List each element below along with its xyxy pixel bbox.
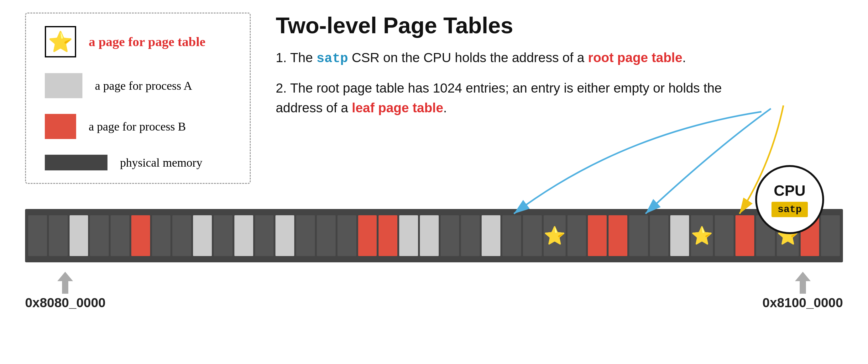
cpu-circle: CPU satp [755, 165, 824, 234]
memory-cell-3 [90, 215, 109, 256]
legend-label-star: a page for page table [89, 34, 206, 49]
gray-page-icon [45, 73, 83, 98]
memory-cell-1 [49, 215, 68, 256]
memory-cell-28 [609, 215, 627, 256]
memory-cell-5 [131, 215, 150, 256]
page-title: Two-level Page Tables [276, 12, 724, 38]
memory-cell-4 [111, 215, 129, 256]
memory-cell-26 [567, 215, 586, 256]
left-address-arrow: 0x8080_0000 [25, 272, 105, 310]
star-icon: ⭐ [45, 26, 76, 57]
memory-cell-0 [28, 215, 47, 256]
para2-text: 2. The root page table has 1024 entries;… [276, 81, 722, 115]
satp-code: satp [316, 51, 348, 66]
memory-cell-22 [482, 215, 500, 256]
legend-box: ⭐ a page for page table a page for proce… [25, 12, 251, 184]
memory-cell-18 [399, 215, 418, 256]
legend-item-gray: a page for process A [45, 73, 231, 98]
memory-cell-15 [338, 215, 356, 256]
right-up-arrow-icon [795, 272, 811, 294]
memory-cell-12 [275, 215, 294, 256]
memory-cell-29 [629, 215, 648, 256]
legend-item-red: a page for process B [45, 114, 231, 139]
svg-marker-3 [795, 272, 811, 294]
para1-mid: CSR on the CPU holds the address of a [348, 50, 588, 65]
description-para2: 2. The root page table has 1024 entries;… [276, 78, 724, 118]
memory-cell-38 [821, 215, 840, 256]
legend-label-memory: physical memory [120, 156, 203, 169]
memory-strip: ⭐⭐⭐ [25, 209, 843, 262]
memory-cell-19 [420, 215, 439, 256]
legend-label-red-b: a page for process B [89, 119, 186, 133]
para1-suffix: . [682, 50, 686, 65]
svg-marker-2 [57, 272, 73, 294]
legend-item-star: ⭐ a page for page table [45, 26, 231, 57]
memory-cell-32: ⭐ [691, 215, 713, 256]
memory-cell-8 [193, 215, 212, 256]
address-row: 0x8080_0000 0x8100_0000 [25, 272, 843, 310]
memory-cell-25: ⭐ [544, 215, 566, 256]
red-page-icon [45, 114, 76, 139]
memory-cell-10 [235, 215, 253, 256]
description-para1: 1. The satp CSR on the CPU holds the add… [276, 48, 724, 69]
memory-cell-7 [172, 215, 191, 256]
memory-cell-11 [255, 215, 274, 256]
left-up-arrow-icon [57, 272, 73, 294]
legend-item-memory: physical memory [45, 155, 231, 170]
legend-label-gray: a page for process A [95, 79, 192, 92]
memory-bar-icon [45, 155, 107, 170]
memory-cell-21 [461, 215, 480, 256]
satp-badge: satp [772, 202, 808, 217]
memory-cell-24 [523, 215, 542, 256]
left-address-label: 0x8080_0000 [25, 295, 105, 310]
memory-cell-20 [441, 215, 459, 256]
memory-cell-2 [69, 215, 88, 256]
memory-cell-27 [588, 215, 607, 256]
memory-cell-23 [502, 215, 521, 256]
memory-cell-31 [670, 215, 689, 256]
para2-suffix: . [443, 101, 447, 115]
para1-prefix: 1. The [276, 50, 316, 65]
description-box: Two-level Page Tables 1. The satp CSR on… [276, 12, 724, 184]
memory-cell-16 [358, 215, 377, 256]
cpu-label: CPU [774, 182, 805, 199]
memory-cell-13 [296, 215, 315, 256]
right-address-arrow: 0x8100_0000 [763, 272, 843, 310]
root-page-table-label: root page table [588, 50, 682, 65]
memory-strip-wrapper: ⭐⭐⭐ [25, 209, 843, 262]
right-address-label: 0x8100_0000 [763, 295, 843, 310]
memory-cell-17 [378, 215, 397, 256]
memory-cell-34 [736, 215, 754, 256]
memory-cell-30 [650, 215, 669, 256]
memory-cell-6 [152, 215, 171, 256]
memory-cell-33 [715, 215, 734, 256]
memory-cell-9 [214, 215, 232, 256]
memory-section: ⭐⭐⭐ 0x8080_0000 0x8100_0000 [25, 209, 843, 310]
memory-cell-14 [317, 215, 336, 256]
leaf-page-table-label: leaf page table [352, 101, 443, 115]
